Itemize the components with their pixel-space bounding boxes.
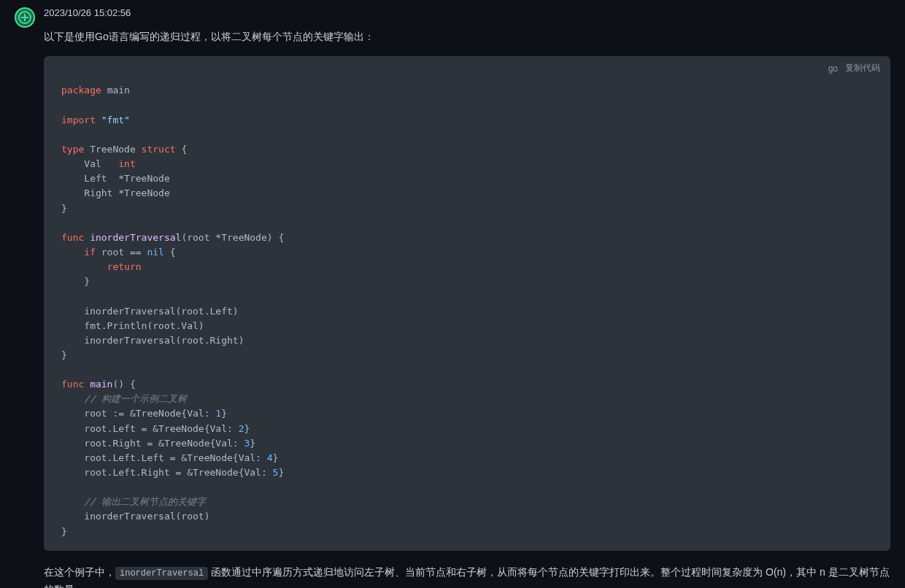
message-content: 2023/10/26 15:02:56 以下是使用Go语言编写的递归过程，以将二… xyxy=(44,7,890,588)
footer-text: 在这个例子中，inorderTraversal 函数通过中序遍历方式递归地访问左… xyxy=(44,564,890,588)
copy-code-button[interactable]: 复制代码 xyxy=(845,62,880,74)
avatar xyxy=(15,7,35,28)
description-text: 以下是使用Go语言编写的递归过程，以将二叉树每个节点的关键字输出： xyxy=(44,28,890,45)
footer-part1: 在这个例子中， xyxy=(44,566,115,578)
code-content[interactable]: package main import "fmt" type TreeNode … xyxy=(44,80,890,550)
code-language-label: go xyxy=(828,63,838,74)
code-block: go 复制代码 package main import "fmt" type T… xyxy=(44,56,890,550)
inline-code: inorderTraversal xyxy=(115,567,208,580)
code-pre: package main import "fmt" type TreeNode … xyxy=(61,83,873,538)
avatar-icon xyxy=(18,11,31,24)
timestamp: 2023/10/26 15:02:56 xyxy=(44,7,890,18)
message-container: 2023/10/26 15:02:56 以下是使用Go语言编写的递归过程，以将二… xyxy=(0,0,905,588)
code-header: go 复制代码 xyxy=(44,56,890,80)
